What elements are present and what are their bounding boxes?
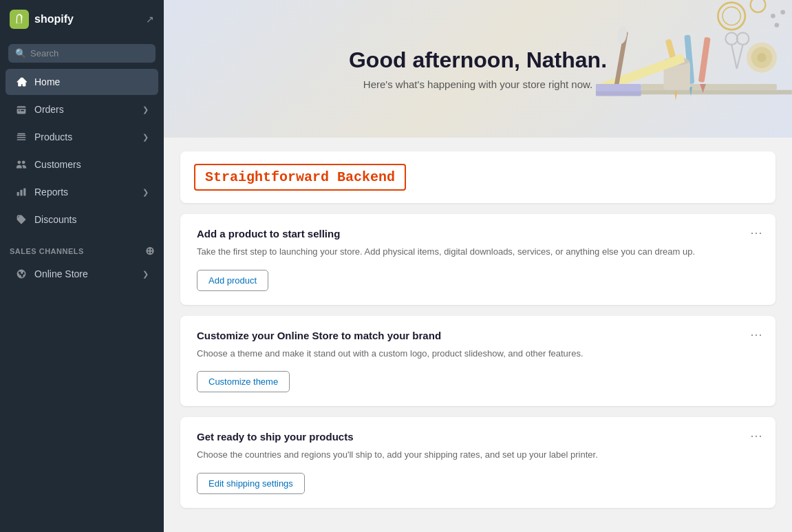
nav-discounts[interactable]: Discounts bbox=[6, 206, 158, 233]
shipping-card: ⋯ Get ready to ship your products Choose… bbox=[180, 417, 775, 508]
add-product-card: ⋯ Add a product to start selling Take th… bbox=[180, 214, 775, 305]
external-link-icon[interactable]: ↗ bbox=[146, 14, 154, 25]
nav-online-store-label: Online Store bbox=[34, 268, 88, 279]
add-sales-channel-icon[interactable]: ⊕ bbox=[145, 244, 155, 257]
svg-rect-1 bbox=[626, 90, 792, 95]
customize-theme-card-title: Customize your Online Store to match you… bbox=[197, 330, 759, 341]
shopify-logo-icon bbox=[10, 10, 29, 29]
reports-icon bbox=[15, 186, 28, 198]
nav-orders[interactable]: Orders ❯ bbox=[6, 96, 158, 123]
search-input[interactable] bbox=[30, 48, 149, 58]
home-icon bbox=[15, 76, 28, 88]
orders-icon bbox=[15, 103, 28, 116]
content-area: Straightforward Backend ⋯ Add a product … bbox=[164, 138, 792, 532]
hero-greeting: Good afternoon, Nathan. bbox=[349, 47, 607, 73]
search-icon: 🔍 bbox=[15, 48, 26, 58]
shipping-card-title: Get ready to ship your products bbox=[197, 431, 759, 443]
hero-text: Good afternoon, Nathan. Here's what's ha… bbox=[349, 47, 607, 90]
store-name-card: Straightforward Backend bbox=[180, 151, 775, 203]
svg-point-22 bbox=[781, 10, 786, 15]
svg-line-13 bbox=[737, 45, 743, 69]
card-menu-dots-2[interactable]: ⋯ bbox=[750, 327, 763, 342]
products-icon bbox=[15, 131, 28, 143]
sales-channels-section-label: SALES CHANNELS ⊕ bbox=[0, 233, 164, 260]
svg-rect-6 bbox=[698, 37, 711, 83]
online-store-chevron-icon: ❯ bbox=[142, 270, 149, 279]
shopify-logo[interactable]: shopify bbox=[10, 10, 74, 29]
nav-customers[interactable]: Customers bbox=[6, 151, 158, 178]
svg-point-16 bbox=[723, 7, 740, 25]
add-product-button[interactable]: Add product bbox=[197, 270, 268, 291]
brand-name: shopify bbox=[34, 13, 74, 25]
svg-point-23 bbox=[775, 23, 780, 28]
svg-point-17 bbox=[751, 0, 766, 12]
svg-point-21 bbox=[771, 14, 775, 19]
card-menu-dots-1[interactable]: ⋯ bbox=[750, 225, 763, 240]
nav-home-label: Home bbox=[34, 76, 60, 87]
orders-chevron-icon: ❯ bbox=[142, 105, 149, 114]
search-container: 🔍 bbox=[0, 39, 164, 68]
customize-theme-card: ⋯ Customize your Online Store to match y… bbox=[180, 316, 775, 407]
sales-channels-text: SALES CHANNELS bbox=[10, 247, 84, 255]
svg-rect-0 bbox=[641, 84, 777, 90]
nav-customers-label: Customers bbox=[34, 159, 81, 170]
shipping-card-desc: Choose the countries and regions you'll … bbox=[197, 448, 759, 462]
discounts-icon bbox=[15, 213, 28, 226]
customers-icon bbox=[15, 158, 28, 171]
sidebar-header: shopify ↗ bbox=[0, 0, 164, 39]
nav-orders-label: Orders bbox=[34, 104, 64, 115]
sidebar: shopify ↗ 🔍 Home Orders ❯ bbox=[0, 0, 164, 532]
add-product-card-desc: Take the first step to launching your st… bbox=[197, 245, 759, 259]
customize-theme-button[interactable]: Customize theme bbox=[197, 371, 290, 392]
svg-marker-3 bbox=[674, 92, 677, 100]
store-name: Straightforward Backend bbox=[194, 164, 406, 191]
nav-products[interactable]: Products ❯ bbox=[6, 124, 158, 150]
nav-products-label: Products bbox=[34, 131, 72, 142]
svg-point-20 bbox=[758, 53, 767, 62]
nav-reports-label: Reports bbox=[34, 187, 68, 198]
nav-online-store[interactable]: Online Store ❯ bbox=[6, 261, 158, 287]
nav-reports[interactable]: Reports ❯ bbox=[6, 179, 158, 205]
add-product-card-title: Add a product to start selling bbox=[197, 228, 759, 240]
svg-line-12 bbox=[731, 45, 737, 69]
card-menu-dots-3[interactable]: ⋯ bbox=[750, 428, 763, 443]
svg-point-10 bbox=[726, 32, 738, 45]
edit-shipping-button[interactable]: Edit shipping settings bbox=[197, 473, 305, 494]
products-chevron-icon: ❯ bbox=[142, 133, 149, 142]
reports-chevron-icon: ❯ bbox=[142, 188, 149, 197]
hero-subtitle: Here's what's happening with your store … bbox=[349, 78, 607, 90]
customize-theme-card-desc: Choose a theme and make it stand out wit… bbox=[197, 347, 759, 361]
search-input-wrapper: 🔍 bbox=[8, 44, 156, 63]
online-store-icon bbox=[15, 268, 28, 280]
nav-discounts-label: Discounts bbox=[34, 214, 76, 225]
hero-banner: Good afternoon, Nathan. Here's what's ha… bbox=[164, 0, 792, 138]
main-content: Good afternoon, Nathan. Here's what's ha… bbox=[164, 0, 792, 532]
svg-point-11 bbox=[737, 32, 749, 45]
nav-home[interactable]: Home bbox=[6, 69, 158, 95]
